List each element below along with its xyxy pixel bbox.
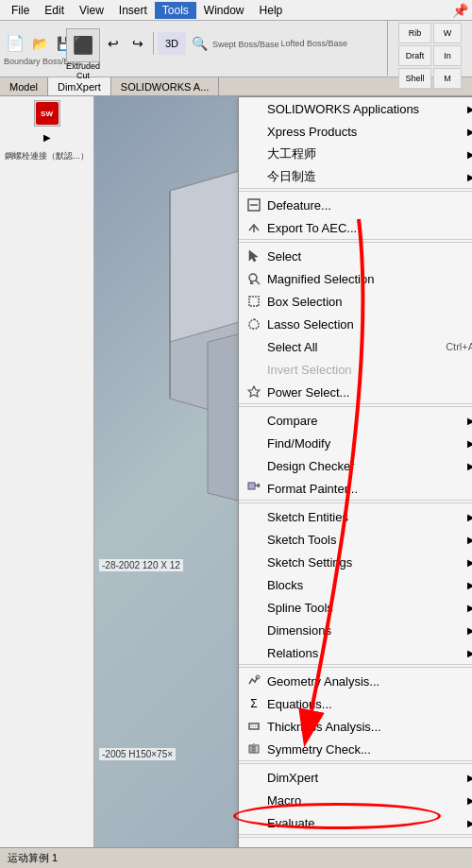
menu-item-evaluate[interactable]: Evaluate ▶ bbox=[239, 811, 472, 834]
sidebar-expand-btn[interactable]: ▶ bbox=[42, 130, 53, 145]
lasso-selection-icon bbox=[244, 315, 263, 332]
menu-item-dimxpert[interactable]: DimXpert ▶ bbox=[239, 766, 472, 789]
menu-item-macro[interactable]: Macro ▶ bbox=[239, 789, 472, 811]
menu-item-select-all[interactable]: Select All Ctrl+A bbox=[239, 335, 472, 358]
menu-item-format-painter[interactable]: Format Painter... bbox=[239, 477, 472, 500]
menu-item-magnified-selection[interactable]: Magnified Selection bbox=[239, 267, 472, 290]
menu-edit[interactable]: Edit bbox=[37, 2, 72, 19]
menu-item-solidworks-applications[interactable]: SOLIDWORKS Applications ▶ bbox=[239, 97, 472, 120]
arrow-icon-findmodify: ▶ bbox=[467, 438, 472, 449]
arrow-icon-xpress: ▶ bbox=[467, 127, 472, 137]
menu-insert[interactable]: Insert bbox=[111, 2, 155, 19]
svg-line-10 bbox=[256, 281, 260, 284]
menu-item-add-ins[interactable]: Add-Ins... bbox=[239, 840, 472, 847]
menu-section-selection: Select Magnified Selection bbox=[239, 245, 472, 404]
svg-rect-23 bbox=[255, 745, 259, 753]
menu-view[interactable]: View bbox=[72, 2, 111, 19]
extruded-cut-label: ExtrudedCut bbox=[66, 62, 100, 81]
export-aec-icon bbox=[244, 219, 263, 236]
invert-selection-icon bbox=[244, 361, 263, 378]
menu-item-jrzz[interactable]: 今日制造 ▶ bbox=[239, 165, 472, 188]
extruded-cut-icon: ⬛ bbox=[66, 28, 100, 62]
menu-help[interactable]: Help bbox=[252, 2, 291, 19]
power-select-icon bbox=[244, 383, 263, 400]
status-bar: 运动算例 1 bbox=[0, 847, 472, 868]
svg-marker-8 bbox=[249, 250, 258, 262]
toolbar-in[interactable]: In bbox=[433, 45, 462, 66]
menu-item-find-modify[interactable]: Find/Modify ▶ bbox=[239, 432, 472, 454]
menu-tools[interactable]: Tools bbox=[155, 2, 196, 19]
svg-rect-14 bbox=[248, 483, 255, 489]
arrow-dimxpert: ▶ bbox=[467, 773, 472, 783]
svg-marker-13 bbox=[248, 386, 260, 397]
menu-item-sketch-tools[interactable]: Sketch Tools ▶ bbox=[239, 528, 472, 551]
thickness-analysis-icon bbox=[244, 718, 263, 735]
arrow-macro: ▶ bbox=[467, 795, 472, 806]
menu-item-sketch-entities[interactable]: Sketch Entities ▶ bbox=[239, 505, 472, 528]
jrzz-icon bbox=[244, 168, 263, 185]
menu-item-blocks[interactable]: Blocks ▶ bbox=[239, 573, 472, 596]
menu-item-dimensions[interactable]: Dimensions ▶ bbox=[239, 619, 472, 641]
separator-1 bbox=[239, 191, 472, 192]
menu-item-geometry-analysis[interactable]: Geometry Analysis... bbox=[239, 670, 472, 692]
toolbar-m[interactable]: M bbox=[433, 68, 462, 89]
menu-item-box-selection[interactable]: Box Selection bbox=[239, 290, 472, 313]
arrow-sketch-settings: ▶ bbox=[467, 557, 472, 568]
status-tab-label[interactable]: 运动算例 1 bbox=[8, 851, 58, 865]
menu-file[interactable]: File bbox=[4, 2, 37, 19]
menu-item-relations[interactable]: Relations ▶ bbox=[239, 641, 472, 664]
separator-7 bbox=[239, 837, 472, 838]
menu-item-equations[interactable]: Σ Equations... bbox=[239, 692, 472, 715]
toolbar-shell[interactable]: Shell bbox=[398, 68, 431, 89]
annotation-2: -2005 H150×75× bbox=[99, 748, 176, 760]
toolbar-w[interactable]: W bbox=[433, 23, 462, 43]
tab-solidworks[interactable]: SOLIDWORKS A... bbox=[111, 77, 220, 95]
xpress-icon bbox=[244, 123, 263, 140]
toolbar-area: 📄 📂 💾 🖨 ↩ ↪ 3D 🔍 Swept Boss/Base Lofted … bbox=[0, 21, 472, 77]
menu-window[interactable]: Window bbox=[196, 2, 252, 19]
main-area: SW ▶ 鋼螺栓連接（默認...） -28-2002 120 X 12 -200… bbox=[0, 96, 472, 847]
pin-icon: 📌 bbox=[452, 3, 468, 18]
separator-4 bbox=[239, 502, 472, 503]
arrow-icon-apps: ▶ bbox=[467, 104, 472, 114]
separator-6 bbox=[239, 763, 472, 764]
toolbar-rib[interactable]: Rib bbox=[398, 23, 431, 43]
toolbar-3d[interactable]: 3D bbox=[158, 32, 186, 55]
svg-point-9 bbox=[249, 274, 257, 281]
toolbar-redo[interactable]: ↪ bbox=[126, 32, 149, 55]
annotation-1: -28-2002 120 X 12 bbox=[99, 559, 183, 571]
menu-item-defeature[interactable]: Defeature... bbox=[239, 194, 472, 216]
svg-rect-22 bbox=[249, 745, 253, 753]
menu-item-invert-selection[interactable]: Invert Selection bbox=[239, 358, 472, 381]
menu-item-dawork[interactable]: 大工程师 ▶ bbox=[239, 143, 472, 165]
menu-item-sketch-settings[interactable]: Sketch Settings ▶ bbox=[239, 551, 472, 573]
dawork-icon bbox=[244, 145, 263, 162]
menu-item-thickness-analysis[interactable]: Thickness Analysis... bbox=[239, 715, 472, 738]
toolbar-view1[interactable]: 🔍 bbox=[188, 32, 211, 55]
toolbar-new[interactable]: 📄 bbox=[4, 32, 26, 55]
toolbar-undo[interactable]: ↩ bbox=[102, 32, 125, 55]
tab-model[interactable]: Model bbox=[0, 77, 48, 95]
menu-item-power-select[interactable]: Power Select... bbox=[239, 381, 472, 403]
menu-item-symmetry-check[interactable]: Symmetry Check... bbox=[239, 738, 472, 760]
sidebar-label-swept: Swept Boss/Base bbox=[212, 40, 279, 49]
arrow-sketch-tools: ▶ bbox=[467, 535, 472, 545]
menu-item-compare[interactable]: Compare ▶ bbox=[239, 409, 472, 432]
toolbar-open[interactable]: 📂 bbox=[28, 32, 51, 55]
compare-icon bbox=[244, 412, 263, 429]
canvas-area: -28-2002 120 X 12 -2005 H150×75× SOLIDWO… bbox=[94, 96, 472, 847]
sketch-entities-icon bbox=[244, 508, 263, 525]
menu-item-export-aec[interactable]: Export To AEC... bbox=[239, 216, 472, 239]
format-painter-icon bbox=[244, 480, 263, 497]
menu-item-lasso-selection[interactable]: Lasso Selection bbox=[239, 313, 472, 335]
menu-section-apps: SOLIDWORKS Applications ▶ Xpress Product… bbox=[239, 97, 472, 189]
menu-bar: File Edit View Insert Tools Window Help … bbox=[0, 0, 472, 21]
symmetry-check-icon bbox=[244, 740, 263, 757]
menu-item-design-checker[interactable]: Design Checker ▶ bbox=[239, 454, 472, 477]
find-modify-icon bbox=[244, 434, 263, 451]
menu-item-select[interactable]: Select bbox=[239, 245, 472, 267]
select-cursor-icon bbox=[244, 247, 263, 264]
toolbar-draft[interactable]: Draft bbox=[398, 45, 431, 66]
menu-item-spline-tools[interactable]: Spline Tools ▶ bbox=[239, 596, 472, 619]
menu-item-xpress[interactable]: Xpress Products ▶ bbox=[239, 120, 472, 143]
